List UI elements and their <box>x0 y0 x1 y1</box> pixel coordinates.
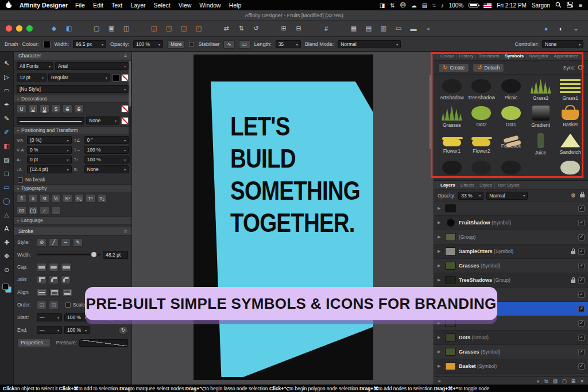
rope-stabiliser-icon[interactable]: ∿ <box>223 40 234 49</box>
brush-opacity-select[interactable]: 100 %▾ <box>133 40 163 48</box>
symbol-item[interactable]: Gradient <box>527 104 555 129</box>
rectangle-tool[interactable]: ▭ <box>3 184 9 191</box>
order-front-button[interactable]: ◱ <box>37 301 47 309</box>
panel-tab[interactable]: Styles <box>477 183 494 188</box>
symbol-item[interactable]: Sandwich <box>556 132 585 156</box>
zoom-tool[interactable]: ⊙ <box>4 266 9 274</box>
typography-toggle[interactable]: S₂ <box>74 194 84 203</box>
wifi-icon[interactable]: ≈ <box>432 2 436 9</box>
zoom-window-button[interactable] <box>26 25 33 32</box>
disclosure-arrow-icon[interactable]: ▶ <box>438 278 442 282</box>
menu-item[interactable]: View <box>179 2 192 9</box>
layer-row[interactable]: ▶ FruitShadow (Symbol) ✓ <box>434 216 588 230</box>
layer-row[interactable]: ▶ SampleOtters (Symbol) ✓ <box>434 244 588 259</box>
cloud-icon[interactable]: ☁ <box>411 2 417 9</box>
layer-visibility-checkbox[interactable]: ✓ <box>578 263 585 269</box>
stroke-properties-button[interactable]: Properties... <box>17 339 51 347</box>
panel-tab[interactable]: Transform <box>475 53 501 59</box>
layer-visibility-checkbox[interactable]: ✓ <box>578 277 585 284</box>
blend-mode-select[interactable]: Normal▾ <box>338 40 401 48</box>
stroke-solid-button[interactable]: ╱ <box>49 238 59 247</box>
join-bevel-button[interactable] <box>61 275 71 284</box>
typography-toggle[interactable]: st <box>40 194 49 203</box>
new-group-icon[interactable]: ⊞ <box>571 378 575 384</box>
contrast-icon[interactable]: ◐ <box>555 23 567 34</box>
order-back-button[interactable]: ◳ <box>49 301 59 309</box>
symbol-item[interactable]: Grasses <box>438 104 466 129</box>
stroke-brush-button[interactable]: ✎ <box>73 238 83 247</box>
disclosure-arrow-icon[interactable]: ▶ <box>438 350 442 354</box>
transform-field-select[interactable]: (0 %)▾ <box>27 136 72 144</box>
stabiliser-checkbox[interactable] <box>189 42 194 47</box>
app-menu-title[interactable]: Affinity Designer <box>20 2 68 9</box>
transform-field-select[interactable]: (12.4 pt)▾ <box>27 165 72 173</box>
strike-single-button[interactable]: S <box>63 104 72 113</box>
polygon-tool[interactable]: △ <box>4 211 9 219</box>
join-miter-button[interactable] <box>37 275 47 284</box>
stroke-none-button[interactable]: ⊘ <box>37 238 47 247</box>
layer-options-icon[interactable]: ≡ <box>438 378 441 384</box>
underline-double-button[interactable]: U <box>40 104 49 113</box>
shortcuts-icon[interactable]: ◨ <box>380 2 385 9</box>
typography-toggle[interactable]: S¹ <box>63 194 72 203</box>
layer-visibility-checkbox[interactable]: ✓ <box>578 306 585 312</box>
new-layer-icon[interactable]: ▢ <box>562 378 567 384</box>
font-family-select[interactable]: Arial▾ <box>55 62 129 70</box>
panel-tab[interactable]: Symbols <box>502 53 526 59</box>
menu-item[interactable]: Layer <box>130 2 145 9</box>
stroke-width-slider[interactable] <box>37 254 100 255</box>
scrollbar-thumb[interactable] <box>129 61 131 107</box>
symbol-item[interactable] <box>497 159 525 177</box>
select-layer-icon[interactable]: ▣ <box>105 23 118 34</box>
panel-tab[interactable]: History <box>457 53 476 59</box>
cap-round-button[interactable] <box>49 263 59 271</box>
disclosure-arrow-icon[interactable]: ▶ <box>438 364 442 368</box>
corner-tool[interactable]: ◠ <box>4 87 10 95</box>
stroke-width-value[interactable]: 48.2 pt <box>103 251 128 259</box>
pen-tool[interactable]: ✒ <box>4 101 9 108</box>
toggle-grid-icon[interactable]: ▦ <box>347 23 360 34</box>
menu-item[interactable]: Window <box>199 2 220 9</box>
layer-row[interactable]: ▶ Dots (Group) ✓ <box>434 331 588 345</box>
symbol-item[interactable]: FishStick <box>497 132 525 156</box>
toggle-margins-icon[interactable]: ▭ <box>392 23 405 34</box>
strike-double-button[interactable]: S <box>74 104 84 113</box>
underline-single-button[interactable]: U <box>28 104 38 113</box>
symbol-item[interactable]: ArtShadow <box>438 77 466 102</box>
slider-knob[interactable] <box>91 252 96 257</box>
end-scale-select[interactable]: 100 %▾ <box>64 326 90 334</box>
persona-pixel-icon[interactable]: ◧ <box>63 23 75 34</box>
decorations-section-header[interactable]: ▾ Decorations <box>14 95 131 103</box>
insert-inside-icon[interactable]: ◳ <box>163 23 175 34</box>
panel-tab[interactable]: Colour <box>438 53 457 59</box>
symbol-item[interactable]: Flower1 <box>438 132 466 156</box>
decoration-colour-swatch[interactable] <box>121 105 129 112</box>
symbol-item[interactable]: TreeShadow <box>467 77 496 102</box>
typography-toggle[interactable]: 00 <box>17 206 26 215</box>
move-forward-icon[interactable]: ◲ <box>177 23 190 34</box>
transparency-tool[interactable]: ▨ <box>3 156 9 164</box>
fill-swatch[interactable] <box>2 284 9 290</box>
poster-artboard[interactable]: LET'SBUILDSOMETHINGTOGETHER. <box>194 55 373 380</box>
symbol-item[interactable]: Juice <box>527 132 555 156</box>
font-colour-swatch[interactable] <box>112 74 119 81</box>
control-center-icon[interactable] <box>567 2 574 9</box>
select-box-icon[interactable]: ▢ <box>90 23 103 34</box>
typography-toggle[interactable]: T₂ <box>97 194 107 203</box>
disclosure-arrow-icon[interactable]: ▶ <box>438 235 442 239</box>
disclosure-arrow-icon[interactable]: ▶ <box>438 206 442 211</box>
symbol-item[interactable]: Basket <box>556 104 585 129</box>
notification-list-icon[interactable]: ≡ <box>579 2 582 9</box>
align-outside-button[interactable] <box>62 288 72 297</box>
menu-item[interactable]: Text <box>111 2 122 9</box>
pressure-profile-editor[interactable] <box>79 339 128 347</box>
layer-visibility-checkbox[interactable]: ✓ <box>578 335 585 341</box>
toggle-baseline-icon[interactable]: ▬ <box>407 23 420 34</box>
positioning-section-header[interactable]: ▾ Positioning and Transform <box>14 126 131 134</box>
view-tool[interactable]: ✥ <box>4 253 9 260</box>
flip-vertical-icon[interactable]: ⇅ <box>235 23 247 34</box>
layer-visibility-checkbox[interactable]: ✓ <box>578 205 585 212</box>
user-menu[interactable]: Sargon <box>532 2 550 9</box>
strike-off-button[interactable]: S <box>51 104 61 113</box>
typography-toggle[interactable]: (1) <box>28 206 38 215</box>
